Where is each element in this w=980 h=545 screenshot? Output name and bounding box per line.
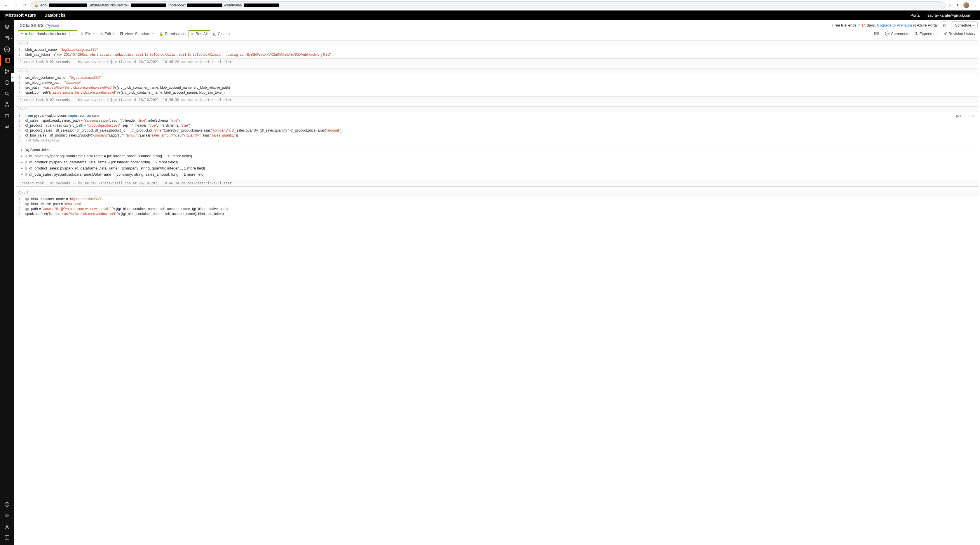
file-menu[interactable]: 🗎File: [78, 31, 97, 37]
runall-highlight[interactable]: ▷Run All: [189, 30, 210, 37]
svg-rect-16: [5, 535, 9, 540]
line-gutter: 1234: [16, 74, 23, 96]
upgrade-link[interactable]: Upgrade to Premium: [877, 23, 912, 27]
line-gutter: 1234 56: [16, 112, 23, 144]
output-line[interactable]: ▸▦df_bda_sales: pyspark.sql.dataframe.Da…: [21, 171, 973, 177]
url-part: #notebook/: [167, 3, 186, 7]
comment-icon: 💬: [885, 32, 889, 36]
search-icon[interactable]: [0, 88, 14, 99]
browser-chrome: ← → ⟳ 🔒 adb- .azuredatabricks.net/?o= #n…: [0, 0, 980, 11]
collapse-icon[interactable]: ⌄: [963, 114, 966, 118]
eraser-icon: ◫: [213, 32, 216, 36]
close-icon[interactable]: ✕: [972, 114, 975, 118]
code-box[interactable]: ▶▾⌄–✕1234 56from pyspark.sql.functions i…: [16, 112, 978, 145]
svg-point-5: [8, 70, 9, 72]
svg-rect-2: [6, 58, 10, 62]
play-icon: ▷: [191, 32, 194, 36]
code-editor[interactable]: blob_account_name = "bigdatastorageacc33…: [23, 46, 978, 58]
code-editor[interactable]: src_blob_container_name = "bigdatadatase…: [23, 74, 978, 96]
extensions-icon[interactable]: ✦: [956, 3, 959, 7]
reload-button[interactable]: ⟳: [22, 2, 28, 8]
lock-icon: 🔒: [159, 32, 164, 36]
schedule-button[interactable]: Schedule ▾: [951, 21, 978, 29]
comments-button[interactable]: 💬Comments: [883, 31, 912, 37]
file-icon: 🗎: [80, 32, 84, 36]
output-line[interactable]: ▸▦df_product_sales: pyspark.sql.datafram…: [21, 165, 973, 171]
expand-caret-icon[interactable]: ▸: [21, 160, 23, 164]
redact: [49, 3, 87, 7]
notebook-header: bda-sales (Python) Free trial ends in 14…: [14, 20, 980, 29]
back-button[interactable]: ←: [3, 2, 10, 8]
kebab-menu-icon[interactable]: ⋮: [973, 3, 977, 7]
revision-history-button[interactable]: ↺Revision history: [942, 31, 978, 37]
bookmark-star-icon[interactable]: ☆: [948, 3, 952, 7]
permissions-button[interactable]: 🔒Permissions: [157, 31, 188, 37]
new-icon[interactable]: [0, 44, 14, 55]
portal-link[interactable]: Portal: [907, 13, 924, 17]
user-email[interactable]: saurav.karate@gmail.com: [924, 13, 975, 17]
settings-icon[interactable]: [0, 510, 14, 521]
workspace-icon[interactable]: [0, 55, 14, 66]
svg-point-9: [5, 106, 6, 107]
edit-menu[interactable]: ✎Edit: [98, 31, 117, 37]
svg-point-3: [5, 70, 6, 71]
minimize-icon[interactable]: –: [968, 114, 970, 118]
cluster-attach-highlight: ⚭ bda-databricks-cluster ⌄: [18, 30, 77, 37]
view-menu[interactable]: 🖼View: Standard: [117, 31, 156, 37]
svg-rect-11: [5, 114, 9, 117]
keyboard-icon[interactable]: ⌨: [872, 31, 882, 37]
expand-caret-icon[interactable]: ▸: [21, 154, 23, 157]
code-box[interactable]: 1234tgt_blob_container_name = "bigdatare…: [16, 195, 978, 218]
url-part: /command/: [224, 3, 242, 7]
sidebar-expand-notch[interactable]: ▸: [11, 73, 14, 82]
jobs-icon[interactable]: [0, 121, 14, 132]
azure-top-bar: Microsoft Azure Databricks Portal saurav…: [0, 11, 980, 20]
cmd-label: Cmd 3: [16, 106, 978, 112]
create-icon[interactable]: ▾: [0, 33, 14, 44]
cell: Cmd 112blob_account_name = "bigdatastora…: [16, 40, 978, 65]
redact: [244, 3, 279, 7]
experiment-button[interactable]: ⚗Experiment: [912, 31, 941, 37]
code-box[interactable]: 1234src_blob_container_name = "bigdatada…: [16, 74, 978, 97]
cmd-label: Cmd 2: [16, 68, 978, 74]
code-editor[interactable]: tgt_blob_container_name = "bigdataresult…: [23, 195, 978, 218]
help-icon[interactable]: ?: [0, 499, 14, 510]
expand-caret-icon[interactable]: ▸: [21, 167, 23, 170]
cell-meta: Command took 0.02 seconds -- by saurav.k…: [16, 97, 978, 103]
cell-output: ▸(4) Spark Jobs▸▦df_sales: pyspark.sql.d…: [16, 145, 978, 180]
expand-caret-icon[interactable]: ▸: [21, 148, 23, 151]
table-icon: ▦: [24, 160, 27, 164]
notebook-toolbar: ⚭ bda-databricks-cluster ⌄ 🗎File ✎Edit 🖼…: [14, 29, 980, 39]
view-icon: 🖼: [120, 32, 123, 36]
cluster-name[interactable]: bda-databricks-cluster: [29, 32, 67, 36]
expand-caret-icon[interactable]: ▸: [21, 173, 23, 176]
table-icon: ▦: [24, 166, 27, 170]
notebook-title[interactable]: bda-sales: [19, 22, 43, 28]
svg-point-15: [6, 525, 8, 527]
edit-icon: ✎: [100, 32, 103, 36]
output-line[interactable]: ▸▦df_sales: pyspark.sql.dataframe.DataFr…: [21, 153, 973, 159]
code-editor[interactable]: from pyspark.sql.functions import sum as…: [23, 112, 978, 144]
cmd-label: Cmd 1: [16, 40, 978, 46]
cell: Cmd 3▶▾⌄–✕1234 56from pyspark.sql.functi…: [16, 106, 978, 187]
cell-controls: ▶▾⌄–✕: [956, 114, 975, 118]
address-bar[interactable]: 🔒 adb- .azuredatabricks.net/?o= #noteboo…: [31, 2, 945, 9]
svg-point-7: [5, 92, 8, 95]
profile-icon[interactable]: [0, 521, 14, 532]
compute-icon[interactable]: [0, 110, 14, 121]
notebook-language[interactable]: (Python): [45, 24, 59, 28]
menu-square-icon[interactable]: [0, 532, 14, 543]
clear-menu[interactable]: ◫Clear: [211, 31, 232, 37]
output-line[interactable]: ▸▦df_product: pyspark.sql.dataframe.Data…: [21, 159, 973, 165]
cell: Cmd 41234tgt_blob_container_name = "bigd…: [16, 190, 978, 218]
forward-button[interactable]: →: [12, 2, 19, 8]
run-cell-icon[interactable]: ▶▾: [956, 114, 961, 118]
data-icon[interactable]: [0, 99, 14, 110]
output-line[interactable]: ▸(4) Spark Jobs: [21, 147, 973, 153]
code-box[interactable]: 12blob_account_name = "bigdatastorageacc…: [16, 46, 978, 59]
databricks-logo-icon[interactable]: [0, 22, 14, 33]
lock-icon: 🔒: [34, 3, 38, 7]
cluster-dropdown-icon[interactable]: ⌄: [70, 32, 75, 36]
timeline-icon[interactable]: ◴: [940, 21, 948, 29]
profile-avatar[interactable]: [963, 2, 969, 8]
